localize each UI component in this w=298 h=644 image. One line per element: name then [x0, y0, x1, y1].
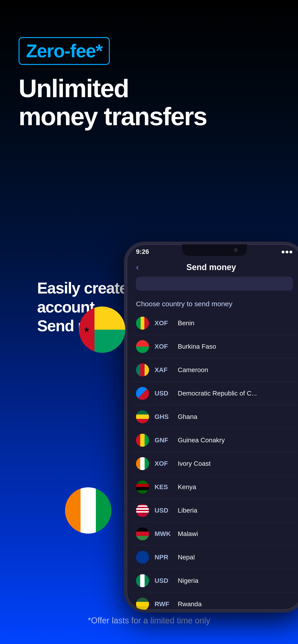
decorative-circle-ivory-coast: [65, 487, 111, 534]
phone-app-title: Send money: [186, 262, 250, 272]
country-name: Rwanda: [178, 600, 202, 608]
headline: Unlimited money transfers: [19, 74, 279, 130]
country-currency-code: XOF: [155, 460, 178, 467]
country-name: Ghana: [178, 413, 197, 420]
header-section: Zero-fee* Unlimited money transfers: [0, 0, 298, 144]
choose-country-label: Choose country to send money: [127, 295, 298, 312]
country-currency-code: GHS: [155, 413, 178, 420]
footer: *Offer lasts for a limited time only: [0, 616, 298, 626]
decorative-circle-guinea-bissau: ★: [79, 306, 125, 353]
country-list-item[interactable]: XOFBenin: [131, 312, 297, 335]
country-list-item[interactable]: USDNigeria: [131, 569, 297, 592]
zero-fee-text: Zero-fee*: [26, 40, 102, 61]
country-currency-code: XAF: [155, 366, 178, 374]
country-name: Ivory Coast: [178, 460, 211, 467]
country-list: XOFBeninXOFBurkina FasoXAFCameroonUSDDem…: [127, 312, 298, 612]
country-flag: [136, 480, 149, 494]
phone-search-bar[interactable]: [136, 277, 293, 291]
flag-white-stripe: [81, 487, 96, 534]
phone-mockup: 9:26 ●●● ‹ Send money Choose country to …: [124, 242, 298, 612]
flag-yellow-stripe: [95, 306, 125, 330]
flag-guinea-bissau: ★: [79, 306, 125, 353]
phone-notch: [182, 244, 247, 256]
country-name: Kenya: [178, 483, 196, 491]
country-currency-code: MWK: [155, 530, 178, 538]
country-flag: [136, 574, 149, 587]
phone-time: 9:26: [136, 248, 149, 256]
country-currency-code: RWF: [155, 600, 178, 608]
country-flag: [136, 317, 149, 330]
country-flag: [136, 364, 149, 376]
country-currency-code: KES: [155, 483, 178, 491]
country-name: Nepal: [178, 554, 195, 561]
country-currency-code: USD: [155, 577, 178, 584]
flag-green2-stripe: [96, 487, 111, 534]
country-list-item[interactable]: MWKMalawi: [131, 522, 297, 546]
main-section: ★ 9:26 ●●●: [0, 270, 298, 345]
country-name: Cameroon: [178, 366, 208, 374]
country-list-item[interactable]: USDDemocratic Republic of C...: [131, 382, 297, 405]
phone-frame: 9:26 ●●● ‹ Send money Choose country to …: [124, 242, 298, 612]
footer-disclaimer: *Offer lasts for a limited time only: [88, 616, 210, 625]
flag-ivory-coast: [65, 487, 111, 534]
country-currency-code: USD: [155, 390, 178, 397]
country-currency-code: XOF: [155, 343, 178, 350]
page-content: Zero-fee* Unlimited money transfers ★: [0, 0, 298, 644]
country-flag: [136, 457, 149, 470]
country-list-item[interactable]: KESKenya: [131, 476, 297, 499]
back-button[interactable]: ‹: [136, 262, 139, 272]
country-name: Malawi: [178, 530, 198, 538]
country-name: Benin: [178, 320, 194, 327]
country-name: Burkina Faso: [178, 343, 216, 350]
country-currency-code: GNF: [155, 436, 178, 444]
headline-line1: Unlimited: [19, 74, 129, 102]
country-flag: [136, 598, 149, 610]
country-name: Nigeria: [178, 577, 198, 584]
country-name: Liberia: [178, 507, 197, 514]
country-list-item[interactable]: XOFBurkina Faso: [131, 335, 297, 358]
country-list-item[interactable]: NPRNepal: [131, 546, 297, 569]
phone-icons: ●●●: [281, 248, 293, 256]
country-name: Guinea Conakry: [178, 436, 225, 444]
country-flag: [136, 410, 149, 423]
country-list-item[interactable]: USDLiberia: [131, 499, 297, 522]
country-flag: [136, 551, 149, 564]
country-currency-code: XOF: [155, 320, 178, 327]
country-flag: [136, 434, 149, 447]
headline-line2: money transfers: [19, 102, 207, 130]
country-flag: [136, 340, 149, 353]
country-list-item[interactable]: XAFCameroon: [131, 358, 297, 382]
country-flag: [136, 504, 149, 517]
phone-camera: [234, 248, 238, 252]
country-flag: [136, 528, 149, 540]
flag-green-stripe: [95, 330, 125, 353]
flag-star: ★: [83, 326, 90, 333]
zero-fee-badge: Zero-fee*: [19, 37, 110, 65]
phone-app-header: ‹ Send money: [127, 256, 298, 277]
country-list-item[interactable]: GHSGhana: [131, 405, 297, 429]
flag-orange-stripe: [65, 487, 81, 534]
country-list-item[interactable]: GNFGuinea Conakry: [131, 429, 297, 452]
country-currency-code: NPR: [155, 554, 178, 561]
country-list-item[interactable]: RWFRwanda: [131, 592, 297, 612]
country-flag: [136, 387, 149, 400]
country-name: Democratic Republic of C...: [178, 390, 257, 397]
country-currency-code: USD: [155, 507, 178, 514]
country-list-item[interactable]: XOFIvory Coast: [131, 452, 297, 476]
